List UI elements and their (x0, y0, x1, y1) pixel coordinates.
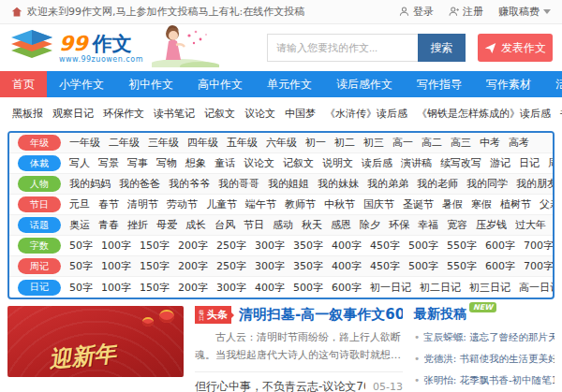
filter-link[interactable]: 50字 (69, 281, 93, 295)
filter-link[interactable]: 450字 (370, 239, 400, 253)
filter-link[interactable]: 我的同学 (466, 177, 508, 191)
filter-link[interactable]: 150字 (140, 239, 170, 253)
filter-link[interactable]: 秋天 (302, 218, 322, 232)
filter-category-pill[interactable]: 字数 (18, 238, 61, 254)
filter-link[interactable]: 春节 (98, 197, 119, 211)
subnav-link[interactable]: 读书笔记 (154, 107, 195, 121)
filter-link[interactable]: 450字 (370, 259, 400, 273)
filter-link[interactable]: 我的妹妹 (318, 177, 359, 191)
filter-link[interactable]: 500字 (293, 281, 323, 295)
filter-link[interactable]: 400字 (255, 281, 285, 295)
filter-link[interactable]: 250字 (216, 259, 246, 273)
nav-item[interactable]: 单元作文 (255, 71, 324, 97)
filter-link[interactable]: 我的爷爷 (169, 177, 210, 191)
filter-link[interactable]: 感动 (273, 218, 293, 232)
filter-link[interactable]: 150字 (140, 259, 170, 273)
filter-link[interactable]: 初三 (363, 136, 384, 150)
filter-link[interactable]: 节日 (244, 218, 264, 232)
filter-link[interactable]: 400字 (332, 259, 362, 273)
filter-category-pill[interactable]: 年级 (18, 135, 61, 151)
filter-link[interactable]: 中秋节 (324, 197, 355, 211)
filter-link[interactable]: 中考 (480, 136, 500, 150)
filter-link[interactable]: 儿童节 (206, 197, 237, 211)
filter-link[interactable]: 写景 (98, 156, 119, 170)
filter-category-pill[interactable]: 体裁 (18, 155, 61, 171)
filter-link[interactable]: 高一日记 (519, 281, 553, 295)
filter-link[interactable]: 50字 (69, 239, 93, 253)
filter-link[interactable]: 想象 (185, 156, 206, 170)
filter-link[interactable]: 初二 (334, 136, 355, 150)
filter-link[interactable]: 青春 (98, 218, 119, 232)
filter-link[interactable]: 我的爸爸 (119, 177, 160, 191)
filter-link[interactable]: 600字 (485, 239, 515, 253)
filter-link[interactable]: 初一 (305, 136, 326, 150)
filter-link[interactable]: 演讲稿 (401, 156, 432, 170)
filter-link[interactable]: 600字 (485, 259, 515, 273)
latest-item[interactable]: 党德洪: 书籍使我的生活更美好-关 (414, 353, 555, 366)
filter-link[interactable]: 300字 (255, 239, 285, 253)
filter-link[interactable]: 清明节 (127, 197, 158, 211)
filter-link[interactable]: 写物 (156, 156, 177, 170)
filter-link[interactable]: 记叙文 (283, 156, 314, 170)
subnav-link[interactable]: 观察日记 (52, 107, 94, 121)
filter-link[interactable]: 宽容 (447, 218, 467, 232)
filter-link[interactable]: 周记 (548, 156, 553, 170)
filter-link[interactable]: 我的哥哥 (218, 177, 259, 191)
filter-link[interactable]: 100字 (101, 281, 131, 295)
filter-category-pill[interactable]: 节日 (18, 196, 61, 212)
filter-link[interactable]: 我的姐姐 (268, 177, 309, 191)
nav-item[interactable]: 活动中心 (543, 71, 562, 97)
filter-link[interactable]: 600字 (332, 281, 362, 295)
filter-link[interactable]: 植树节 (500, 197, 531, 211)
filter-link[interactable]: 游记 (490, 156, 510, 170)
filter-link[interactable]: 续写改写 (440, 156, 481, 170)
filter-link[interactable]: 我的妈妈 (69, 177, 111, 191)
filter-link[interactable]: 我的弟弟 (367, 177, 408, 191)
filter-link[interactable]: 感恩 (331, 218, 351, 232)
filter-link[interactable]: 高三 (451, 136, 471, 150)
filter-link[interactable]: 成长 (185, 218, 206, 232)
filter-link[interactable]: 幸福 (418, 218, 438, 232)
filter-link[interactable]: 端午节 (245, 197, 276, 211)
earn-fees-dropdown[interactable]: 赚取稿费 (498, 5, 551, 19)
filter-link[interactable]: 环保 (389, 218, 409, 232)
filter-link[interactable]: 教师节 (285, 197, 316, 211)
filter-link[interactable]: 议论文 (244, 156, 274, 170)
filter-link[interactable]: 100字 (101, 259, 131, 273)
filter-link[interactable]: 四年级 (187, 136, 218, 150)
filter-link[interactable]: 350字 (293, 259, 323, 273)
search-button[interactable]: 搜索 (418, 34, 466, 62)
filter-link[interactable]: 50字 (69, 259, 93, 273)
filter-link[interactable]: 过大年 (515, 218, 546, 232)
nav-item[interactable]: 读后感作文 (324, 71, 405, 97)
filter-link[interactable]: 高一 (392, 136, 413, 150)
filter-link[interactable]: 国庆节 (363, 197, 394, 211)
publish-essay-button[interactable]: 发表作文 (478, 34, 553, 62)
headline-title[interactable]: 清明扫墓-高一叙事作文600字 (239, 306, 403, 324)
filter-link[interactable]: 奥运 (69, 218, 90, 232)
new-year-banner[interactable]: 迎新年 (7, 306, 184, 377)
filter-link[interactable]: 初二日记 (420, 281, 461, 295)
site-logo[interactable]: 99 作文 www.99zuowen.com (11, 30, 143, 65)
nav-item[interactable]: 写作指导 (405, 71, 474, 97)
filter-link[interactable]: 550字 (447, 259, 477, 273)
filter-link[interactable]: 寒假 (471, 197, 492, 211)
nav-item[interactable]: 高中作文 (185, 71, 255, 97)
filter-link[interactable]: 700字 (524, 259, 553, 273)
filter-link[interactable]: 我的老师 (417, 177, 458, 191)
subnav-link[interactable]: 黑板报 (12, 107, 43, 121)
subnav-link[interactable]: 中国梦 (285, 107, 316, 121)
nav-item[interactable]: 初中作文 (116, 71, 185, 97)
filter-link[interactable]: 250字 (216, 239, 246, 253)
filter-link[interactable]: 写人 (69, 156, 90, 170)
filter-link[interactable]: 暑假 (442, 197, 463, 211)
nav-item[interactable]: 小学作文 (47, 71, 116, 97)
filter-category-pill[interactable]: 日记 (18, 280, 61, 296)
filter-link[interactable]: 二年级 (109, 136, 140, 150)
filter-link[interactable]: 三年级 (148, 136, 179, 150)
filter-link[interactable]: 初一日记 (370, 281, 411, 295)
filter-link[interactable]: 550字 (447, 239, 477, 253)
filter-link[interactable]: 劳动节 (167, 197, 198, 211)
filter-link[interactable]: 写事 (127, 156, 148, 170)
filter-link[interactable]: 300字 (216, 281, 246, 295)
